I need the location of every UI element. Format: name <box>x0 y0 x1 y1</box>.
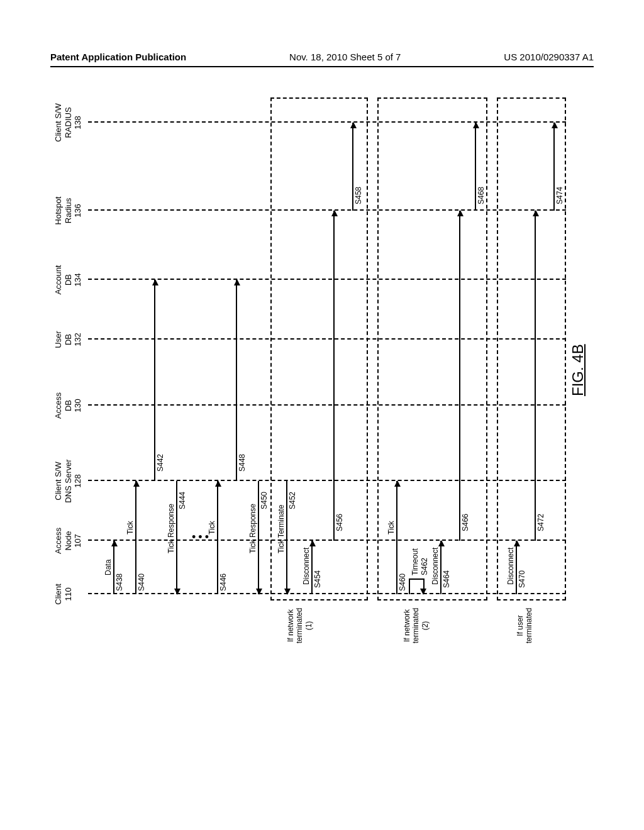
actor-name: Client <box>53 584 63 604</box>
msg-label: Disconnect <box>506 548 515 585</box>
actor-id: 132 <box>73 333 82 346</box>
diagram-container: Client 110 Access Node 107 Client S/W DN… <box>53 88 588 635</box>
msg-step: S462 <box>420 558 429 575</box>
actor-name: Client S/W RADIUS <box>53 103 73 141</box>
msg-step: S448 <box>238 454 247 472</box>
actor-client: Client 110 <box>53 575 73 613</box>
msg-step: S452 <box>288 492 297 509</box>
block-label: If user terminated <box>516 604 534 648</box>
block-label: If network terminated (2) <box>402 604 430 648</box>
msg-label: Tick Response <box>248 504 257 553</box>
actor-name: User DB <box>53 331 73 348</box>
actor-user-db: User DB 132 <box>53 321 83 358</box>
msg-step: S446 <box>219 573 228 591</box>
msg-label: Data <box>104 560 113 575</box>
actor-name: Hotspot Radius <box>53 197 73 225</box>
msg-label: Tick <box>387 521 396 534</box>
msg-step: S474 <box>555 187 564 204</box>
actor-name: Client S/W DNS Server <box>53 459 73 502</box>
msg-label: Tick <box>126 521 135 534</box>
actor-id: 138 <box>73 116 82 130</box>
msg-label: Tick Response <box>167 504 175 553</box>
header-center: Nov. 18, 2010 Sheet 5 of 7 <box>289 52 401 62</box>
actor-id: 110 <box>64 587 73 601</box>
actor-id: 128 <box>73 474 82 488</box>
actor-id: 134 <box>73 273 82 287</box>
actor-id: 136 <box>73 204 82 218</box>
msg-step: S460 <box>398 573 407 591</box>
msg-step: S438 <box>115 573 124 591</box>
header-right: US 2010/0290337 A1 <box>504 52 594 62</box>
msg-step: S456 <box>335 514 344 531</box>
figure-label: FIG. 4B <box>569 344 587 396</box>
msg-label: Disconnect <box>302 548 311 585</box>
msg-step: S472 <box>536 514 545 531</box>
header-left: Patent Application Publication <box>50 52 186 62</box>
header-rule <box>50 66 594 67</box>
msg-step: S440 <box>137 573 146 591</box>
actor-dns-server: Client S/W DNS Server 128 <box>53 453 83 509</box>
msg-label: Tick Terminate <box>277 505 286 553</box>
msg-label: Tick <box>208 521 216 534</box>
msg-step: S466 <box>461 514 470 531</box>
msg-step: S442 <box>156 454 165 472</box>
actor-hotspot-radius: Hotspot Radius 136 <box>53 189 83 233</box>
actor-name: Account DB <box>53 265 73 295</box>
actor-client-radius: Client S/W RADIUS 138 <box>53 94 83 151</box>
msg-step: S450 <box>260 492 269 509</box>
actor-account-db: Account DB 134 <box>53 258 83 302</box>
msg-step: S454 <box>313 570 322 588</box>
block-label: If network terminated (1) <box>286 604 313 648</box>
actor-name: Access DB <box>53 392 73 419</box>
block-user-terminated <box>497 97 566 600</box>
page-header: Patent Application Publication Nov. 18, … <box>0 52 644 62</box>
msg-label: Disconnect <box>431 548 440 585</box>
actor-access-db: Access DB 130 <box>53 384 83 428</box>
actor-name: Access Node <box>53 528 73 554</box>
msg-timeout-loop <box>409 578 425 594</box>
msg-step: S458 <box>354 187 363 204</box>
actor-id: 130 <box>73 399 82 412</box>
msg-step: S470 <box>518 570 526 588</box>
actor-access-node: Access Node 107 <box>53 519 83 563</box>
sequence-diagram: Client 110 Access Node 107 Client S/W DN… <box>53 88 588 635</box>
msg-label: Timeout <box>411 548 419 575</box>
msg-step: S464 <box>442 570 451 588</box>
actor-id: 107 <box>73 534 82 548</box>
msg-step: S468 <box>477 187 486 204</box>
msg-step: S444 <box>178 492 187 509</box>
